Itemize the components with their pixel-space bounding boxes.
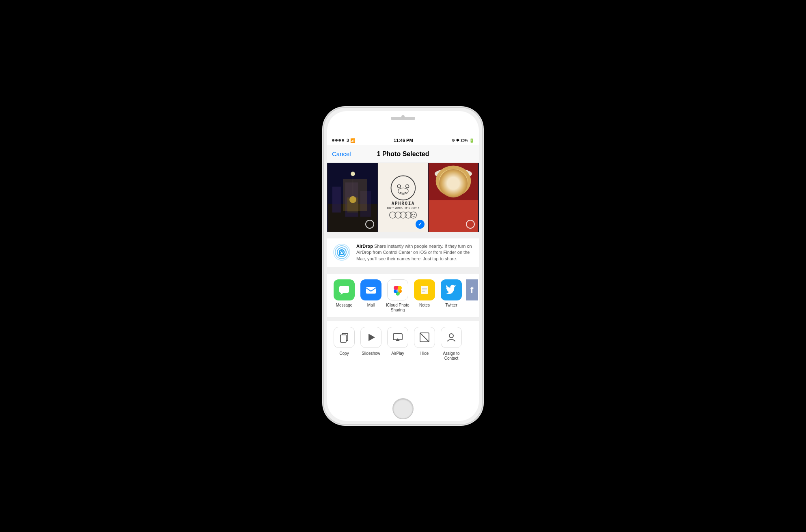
phone-frame: 3 📶 11:46 PM ⊙ ✱ 23% 🔋 Cancel 1 Photo Se… xyxy=(324,108,482,424)
svg-rect-35 xyxy=(339,286,349,293)
twitter-label: Twitter xyxy=(445,303,457,308)
action-copy[interactable]: Copy xyxy=(332,327,356,361)
svg-point-30 xyxy=(450,178,457,184)
svg-rect-4 xyxy=(360,191,371,217)
photo-cell-3[interactable] xyxy=(429,163,478,232)
notes-label: Notes xyxy=(419,303,430,308)
airplay-icon-box xyxy=(387,327,408,348)
svg-rect-2 xyxy=(332,187,341,212)
message-label: Message xyxy=(336,303,353,308)
signal-dots xyxy=(332,139,344,142)
svg-text:f: f xyxy=(470,285,474,295)
airplay-label: AirPlay xyxy=(391,351,404,356)
actions-scroll: Copy Slideshow xyxy=(327,327,479,361)
assign-contact-icon-box xyxy=(441,327,462,348)
photo-grid: APHROIA DON'T WORRY, IT'S JUST A xyxy=(327,163,479,232)
svg-point-57 xyxy=(449,334,453,338)
assign-contact-label: Assign toContact xyxy=(443,351,459,361)
mail-label: Mail xyxy=(367,303,375,308)
svg-text:DON'T WORRY, IT'S JUST A: DON'T WORRY, IT'S JUST A xyxy=(387,207,420,209)
slideshow-icon-box xyxy=(360,327,381,348)
airdrop-heading: AirDrop xyxy=(356,244,373,249)
share-app-twitter[interactable]: Twitter xyxy=(439,279,463,313)
mail-icon xyxy=(360,279,381,300)
airdrop-icon xyxy=(333,243,351,261)
airdrop-svg-icon xyxy=(333,243,351,261)
copy-icon xyxy=(338,332,350,343)
actions-row: Copy Slideshow xyxy=(327,321,479,367)
divider-3 xyxy=(327,318,479,321)
location-icon: ⊙ xyxy=(452,138,455,142)
front-camera xyxy=(401,115,405,118)
status-right: ⊙ ✱ 23% 🔋 xyxy=(452,138,474,143)
svg-text:APHROIA: APHROIA xyxy=(392,201,415,206)
battery-icon: 🔋 xyxy=(469,138,474,143)
svg-rect-7 xyxy=(347,197,358,212)
photos-icon xyxy=(387,279,408,300)
nav-title: 1 Photo Selected xyxy=(377,150,429,158)
home-button[interactable] xyxy=(392,398,414,419)
status-bar: 3 📶 11:46 PM ⊙ ✱ 23% 🔋 xyxy=(327,135,479,145)
twitter-icon xyxy=(441,279,462,300)
nav-bar: Cancel 1 Photo Selected xyxy=(327,145,479,163)
airplay-icon xyxy=(392,332,403,343)
hide-label: Hide xyxy=(420,351,429,356)
share-app-mail[interactable]: Mail xyxy=(359,279,383,313)
copy-icon-box xyxy=(334,327,355,348)
svg-point-8 xyxy=(349,196,356,203)
svg-point-28 xyxy=(436,165,471,196)
selection-circle-2[interactable] xyxy=(416,220,425,229)
svg-marker-52 xyxy=(369,334,375,341)
share-apps-row: Message Mail xyxy=(327,274,479,318)
screen: 3 📶 11:46 PM ⊙ ✱ 23% 🔋 Cancel 1 Photo Se… xyxy=(327,135,479,389)
action-assign-contact[interactable]: Assign toContact xyxy=(439,327,463,361)
svg-point-42 xyxy=(398,286,402,290)
battery-label: 23% xyxy=(461,138,468,142)
share-app-photos[interactable]: iCloud PhotoSharing xyxy=(386,279,410,313)
phone-inner: 3 📶 11:46 PM ⊙ ✱ 23% 🔋 Cancel 1 Photo Se… xyxy=(327,111,479,421)
selection-circle-3[interactable] xyxy=(466,220,475,229)
cancel-button[interactable]: Cancel xyxy=(332,150,351,157)
selection-circle-1[interactable] xyxy=(365,220,374,229)
share-apps-scroll: Message Mail xyxy=(327,279,479,313)
airdrop-description: AirDrop Share instantly with people near… xyxy=(356,243,473,262)
airdrop-desc-text: Share instantly with people nearby. If t… xyxy=(356,244,472,261)
facebook-icon: f xyxy=(466,279,478,300)
divider-2 xyxy=(327,267,479,274)
share-app-notes[interactable]: Notes xyxy=(412,279,437,313)
wifi-icon: 📶 xyxy=(350,138,355,143)
status-left: 3 📶 xyxy=(332,138,355,143)
slideshow-label: Slideshow xyxy=(362,351,380,356)
notes-icon xyxy=(414,279,435,300)
share-app-facebook[interactable]: f xyxy=(466,279,478,313)
svg-point-34 xyxy=(334,244,350,260)
svg-rect-51 xyxy=(341,335,346,342)
svg-point-43 xyxy=(394,286,398,290)
contact-icon xyxy=(446,332,457,343)
svg-rect-36 xyxy=(366,287,376,294)
svg-point-29 xyxy=(439,169,468,193)
airdrop-section: AirDrop Share instantly with people near… xyxy=(327,238,479,267)
slideshow-icon xyxy=(365,332,377,343)
hide-icon-box xyxy=(414,327,435,348)
photo-cell-1[interactable] xyxy=(328,163,377,232)
share-app-message[interactable]: Message xyxy=(332,279,356,313)
divider-1 xyxy=(327,232,479,238)
status-time: 11:46 PM xyxy=(394,138,413,143)
hide-icon xyxy=(419,332,430,343)
svg-point-23 xyxy=(412,214,413,215)
svg-line-56 xyxy=(420,333,429,342)
action-slideshow[interactable]: Slideshow xyxy=(359,327,383,361)
photo-cell-2[interactable]: APHROIA DON'T WORRY, IT'S JUST A xyxy=(378,163,428,232)
bluetooth-icon: ✱ xyxy=(456,138,459,142)
svg-point-24 xyxy=(414,214,415,215)
message-icon xyxy=(334,279,355,300)
copy-label: Copy xyxy=(339,351,349,356)
action-airplay[interactable]: AirPlay xyxy=(386,327,410,361)
action-hide[interactable]: Hide xyxy=(412,327,437,361)
svg-rect-9 xyxy=(378,170,428,225)
photos-label: iCloud PhotoSharing xyxy=(386,303,409,313)
carrier-label: 3 xyxy=(347,138,349,143)
